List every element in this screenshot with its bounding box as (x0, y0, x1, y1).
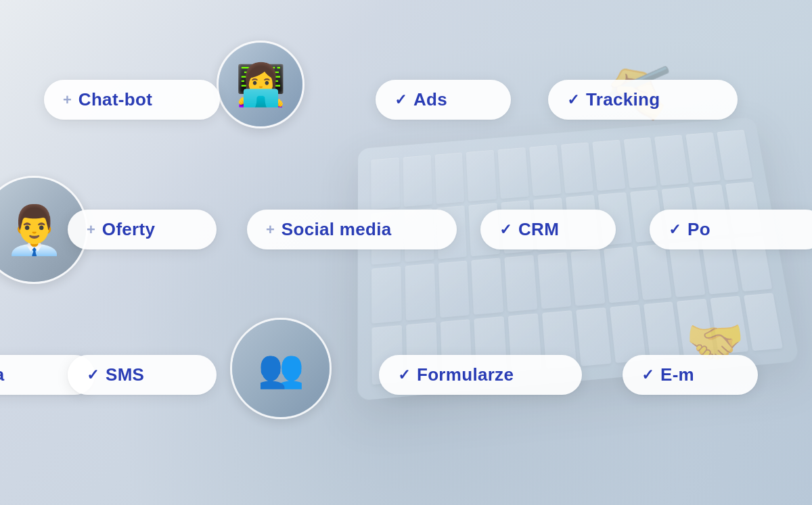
pill-oferty-label: Oferty (102, 219, 155, 240)
pill-sms[interactable]: ✓ SMS (68, 355, 217, 395)
pill-chat-bot[interactable]: + Chat-bot (44, 80, 220, 120)
avatar-group-image (232, 320, 330, 417)
pill-ads-label: Ads (413, 89, 447, 110)
check-icon: ✓ (87, 366, 99, 384)
background: ✍️ 🤝 + Chat-bot ✓ Ads ✓ Tracking + Ofert… (0, 0, 812, 505)
pill-email[interactable]: ✓ E-m (623, 355, 758, 395)
pill-social-media[interactable]: + Social media (247, 210, 457, 249)
avatar-woman (217, 41, 304, 128)
avatar-group (230, 318, 332, 419)
check-icon: ✓ (669, 221, 681, 239)
pill-formularze[interactable]: ✓ Formularze (379, 355, 582, 395)
pill-tracking-label: Tracking (586, 89, 660, 110)
pill-oferty[interactable]: + Oferty (68, 210, 217, 249)
pill-ads[interactable]: ✓ Ads (376, 80, 511, 120)
pill-dia-label: dia (0, 364, 4, 385)
pill-sms-label: SMS (106, 364, 144, 385)
check-icon: ✓ (394, 91, 407, 109)
check-icon: ✓ (398, 366, 410, 384)
pill-chat-bot-label: Chat-bot (78, 89, 152, 110)
pill-po-label: Po (687, 219, 710, 240)
plus-icon: + (266, 221, 275, 239)
pill-crm-label: CRM (518, 219, 559, 240)
check-icon: ✓ (567, 91, 579, 109)
pill-crm[interactable]: ✓ CRM (480, 210, 616, 249)
plus-icon: + (63, 91, 72, 109)
pill-tracking[interactable]: ✓ Tracking (548, 80, 738, 120)
avatar-woman-image (219, 43, 302, 126)
pill-email-label: E-m (660, 364, 694, 385)
check-icon: ✓ (499, 221, 512, 239)
plus-icon: + (87, 221, 95, 239)
pill-formularze-label: Formularze (417, 364, 514, 385)
pill-social-media-label: Social media (281, 219, 392, 240)
pill-po[interactable]: ✓ Po (650, 210, 812, 249)
check-icon: ✓ (641, 366, 654, 384)
